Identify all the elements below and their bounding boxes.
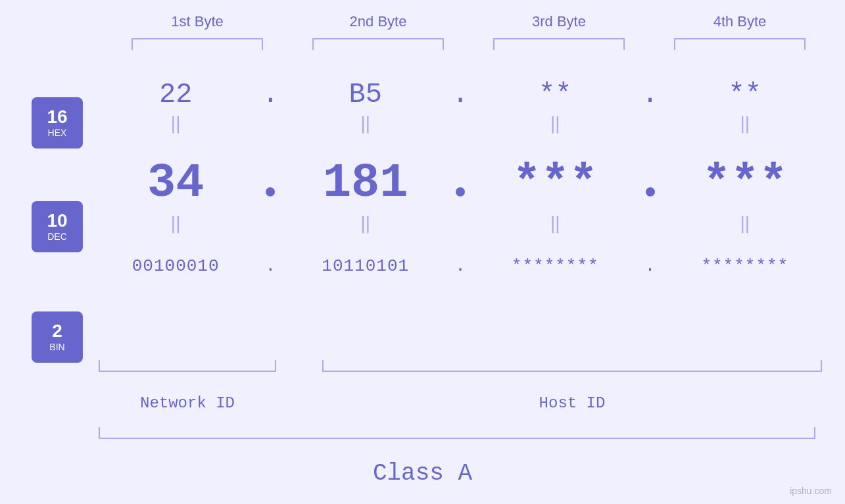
bottom-bracket-row — [99, 360, 822, 380]
hex-b1: 22 — [103, 79, 248, 110]
dec-b1: 34 — [103, 156, 248, 210]
hex-b4: ** — [673, 79, 817, 110]
badge-hex-label: HEX — [48, 127, 67, 138]
byte1-header: 1st Byte — [125, 13, 270, 30]
bracket-top-1 — [132, 38, 263, 50]
badge-bin: 2 BIN — [32, 311, 83, 363]
dec-row: 34 181 *** *** — [99, 156, 822, 210]
main-container: 1st Byte 2nd Byte 3rd Byte 4th Byte 16 H… — [0, 0, 845, 504]
eq2-b4: || — [740, 213, 750, 233]
eq1-b4: || — [740, 113, 750, 133]
bracket-top-3 — [493, 38, 625, 50]
bracket-host — [322, 360, 822, 372]
badge-bin-num: 2 — [52, 322, 62, 340]
dec-b3: *** — [483, 156, 627, 210]
hex-b2: B5 — [293, 79, 438, 110]
dec-dot2 — [456, 187, 465, 196]
dec-dot1 — [266, 187, 275, 196]
byte2-header: 2nd Byte — [306, 13, 450, 30]
hex-b3: ** — [483, 79, 627, 110]
dec-dot3 — [646, 187, 655, 196]
bin-b2: 10110101 — [293, 256, 438, 276]
byte3-header: 3rd Byte — [487, 13, 631, 30]
big-bracket — [99, 427, 815, 439]
hex-dot2: . — [447, 79, 473, 110]
eq2-b1: || — [171, 213, 181, 233]
network-id-label: Network ID — [99, 394, 276, 412]
host-id-label: Host ID — [322, 394, 822, 412]
section-labels: Network ID Host ID — [99, 394, 822, 412]
content-area: 22 . B5 . ** . ** || || || || 34 181 — [99, 66, 825, 276]
eq2-b2: || — [360, 213, 370, 233]
equals-row-1: || || || || — [99, 110, 822, 137]
eq1-b3: || — [550, 113, 560, 133]
bin-dot3: . — [637, 256, 664, 276]
bin-b1: 00100010 — [103, 256, 248, 276]
equals-row-2: || || || || — [99, 210, 822, 237]
top-brackets — [107, 30, 831, 50]
bin-b3: ******** — [483, 256, 627, 276]
bin-row: 00100010 . 10110101 . ******** . *******… — [99, 256, 822, 276]
badge-dec-num: 10 — [47, 212, 67, 230]
dec-b2: 181 — [293, 156, 438, 210]
hex-dot3: . — [637, 79, 664, 110]
hex-row: 22 . B5 . ** . ** — [99, 79, 822, 110]
eq1-b2: || — [360, 113, 370, 133]
bin-dot2: . — [447, 256, 473, 276]
dec-b4: *** — [673, 156, 817, 210]
bin-b4: ******** — [673, 256, 817, 276]
badge-hex: 16 HEX — [32, 97, 83, 149]
bracket-net — [99, 360, 276, 372]
watermark: ipshu.com — [790, 486, 832, 496]
byte4-header: 4th Byte — [667, 13, 812, 30]
eq1-b1: || — [171, 113, 181, 133]
badge-bin-label: BIN — [49, 342, 64, 352]
badge-dec-label: DEC — [47, 231, 67, 242]
eq2-b3: || — [550, 213, 560, 233]
hex-dot1: . — [257, 79, 283, 110]
badge-dec: 10 DEC — [32, 201, 83, 252]
bin-dot1: . — [257, 256, 283, 276]
class-label: Class A — [0, 460, 845, 487]
badge-hex-num: 16 — [47, 108, 67, 126]
byte-headers: 1st Byte 2nd Byte 3rd Byte 4th Byte — [107, 13, 831, 30]
bracket-top-4 — [674, 38, 806, 50]
bracket-top-2 — [312, 38, 444, 50]
